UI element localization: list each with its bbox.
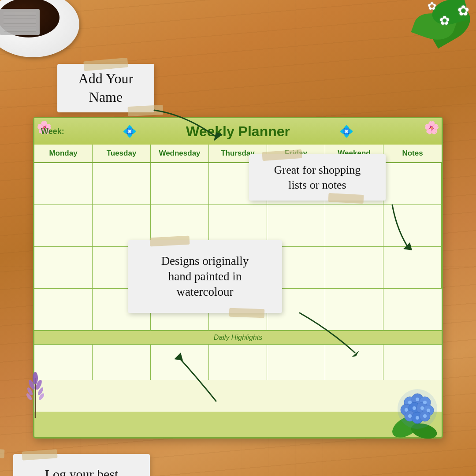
highlight-note-text: Log your best parts of your day — [37, 465, 126, 476]
week-label: Week: — [41, 127, 64, 136]
highlights-label: Daily Highlights — [214, 334, 262, 342]
hydrangea-decoration — [389, 383, 446, 442]
plant-decoration: ✿ ✿ ✿ — [379, 0, 476, 88]
grid-cell — [325, 289, 383, 331]
lavender-svg — [23, 365, 48, 422]
svg-point-25 — [408, 401, 412, 404]
name-note-card: Add Your Name — [57, 64, 154, 112]
keyboard — [0, 9, 40, 35]
grid-cell — [34, 247, 93, 289]
grid-cell — [34, 289, 93, 331]
hydrangea-svg — [389, 383, 446, 440]
highlight-cell — [93, 345, 151, 380]
flower-decoration: ✿ — [439, 13, 450, 28]
design-note-card: Designs originally hand painted in water… — [128, 240, 282, 313]
flower-decoration: ✿ — [457, 2, 469, 19]
flower-decoration: ✿ — [428, 0, 436, 12]
svg-point-26 — [416, 398, 419, 401]
grid-cell — [93, 163, 151, 205]
highlight-cell — [209, 345, 267, 380]
grid-cell — [325, 205, 383, 247]
shopping-note-text: Great for shopping lists or notes — [274, 163, 361, 193]
highlights-grid — [34, 345, 442, 380]
svg-point-27 — [423, 401, 427, 404]
day-notes: Notes — [383, 145, 442, 162]
svg-point-28 — [405, 408, 408, 412]
svg-point-5 — [33, 372, 38, 384]
day-tuesday: Tuesday — [93, 145, 151, 162]
day-wednesday: Wednesday — [151, 145, 209, 162]
header-flower-1: 💠 — [123, 125, 137, 138]
grid-cell — [383, 289, 442, 331]
day-monday: Monday — [34, 145, 93, 162]
svg-point-34 — [423, 414, 427, 418]
highlight-cell — [267, 345, 325, 380]
shopping-note-card: Great for shopping lists or notes — [249, 154, 386, 201]
highlight-cell — [383, 345, 442, 380]
design-note-text: Designs originally hand painted in water… — [161, 253, 249, 300]
grid-cell — [383, 205, 442, 247]
grid-cell — [383, 247, 442, 289]
tape-bottom — [127, 105, 163, 116]
tape — [0, 448, 4, 458]
grid-cell — [383, 163, 442, 205]
grid-cell — [151, 163, 209, 205]
planner-header: 🌸 💠 Week: Weekly Planner 💠 🌸 — [34, 118, 442, 145]
corner-flower-top-right: 🌸 — [424, 120, 439, 135]
tape — [328, 193, 364, 204]
highlight-cell — [325, 345, 383, 380]
svg-point-33 — [416, 416, 419, 420]
grid-cell — [325, 247, 383, 289]
grid-cell — [34, 205, 93, 247]
highlight-cell — [151, 345, 209, 380]
planner-title: Weekly Planner — [186, 123, 290, 140]
name-note-text: Add Your Name — [78, 70, 133, 106]
tape — [229, 308, 265, 318]
daily-highlights-divider: Daily Highlights — [34, 331, 442, 345]
svg-point-32 — [408, 414, 412, 418]
svg-point-31 — [427, 409, 430, 412]
svg-point-29 — [413, 406, 416, 410]
header-flower-2: 💠 — [339, 125, 353, 138]
svg-point-30 — [420, 406, 424, 410]
lavender-decoration — [23, 365, 48, 424]
grid-cell — [34, 163, 93, 205]
